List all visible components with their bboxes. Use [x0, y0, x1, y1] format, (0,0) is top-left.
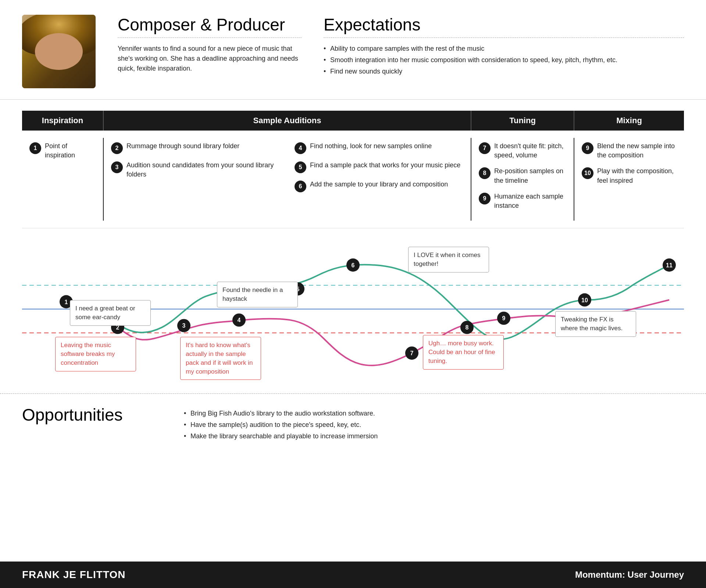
phase-mixing-header: Mixing [574, 111, 684, 131]
steps-mixing: 9 Blend the new sample into the composit… [574, 138, 684, 221]
step-number-6: 6 [295, 181, 306, 192]
step-9-mixing: 9 Blend the new sample into the composit… [582, 142, 677, 160]
footer-author: FRANK JE FLITTON [22, 569, 125, 581]
svg-text:1: 1 [65, 299, 68, 305]
opportunity-item-1: Bring Big Fish Audio's library to the au… [184, 409, 378, 418]
svg-text:4: 4 [238, 317, 241, 324]
step-7: 7 It doesn't quite fit: pitch, speed, vo… [479, 142, 566, 160]
opportunity-item-2: Have the sample(s) audition to the piece… [184, 420, 378, 430]
step-text-6: Add the sample to your library and compo… [310, 180, 448, 189]
steps-auditions-left: 2 Rummage through sound library folder 3… [103, 138, 287, 221]
opportunities-section: Opportunities Bring Big Fish Audio's lib… [0, 393, 706, 457]
expectations-divider [324, 38, 684, 38]
step-1: 1 Point of inspiration [29, 142, 96, 160]
callout-node10-positive: Tweaking the FX is where the magic lives… [555, 311, 636, 337]
step-number-7: 7 [479, 142, 491, 154]
expectations-title: Expectations [324, 15, 684, 35]
expectation-item-1: Ability to compare samples with the rest… [324, 44, 684, 54]
step-number-9-tuning: 9 [479, 193, 491, 204]
phase-inspiration-header: Inspiration [22, 111, 103, 131]
footer: FRANK JE FLITTON Momentum: User Journey [0, 562, 706, 588]
svg-text:3: 3 [182, 322, 186, 329]
step-4: 4 Find nothing, look for new samples onl… [295, 142, 463, 154]
step-text-5: Find a sample pack that works for your m… [310, 161, 460, 170]
callout-node8-negative: Ugh… more busy work. Could be an hour of… [423, 335, 504, 369]
opportunity-item-3: Make the library searchable and playable… [184, 431, 378, 441]
svg-text:11: 11 [666, 262, 673, 268]
steps-auditions-right: 4 Find nothing, look for new samples onl… [287, 138, 471, 221]
expectations-section: Expectations Ability to compare samples … [324, 15, 684, 88]
svg-text:10: 10 [581, 297, 588, 303]
persona-divider [118, 38, 302, 38]
svg-text:6: 6 [352, 262, 355, 268]
step-number-9-mixing: 9 [582, 142, 593, 154]
step-number-8: 8 [479, 167, 491, 179]
opportunities-list: Bring Big Fish Audio's library to the au… [184, 409, 378, 441]
step-text-10: Play with the composition, feel inspired [597, 167, 677, 185]
step-text-9-tuning: Humanize each sample instance [494, 192, 566, 210]
step-2: 2 Rummage through sound library folder [111, 142, 280, 154]
svg-text:9: 9 [502, 316, 506, 322]
step-8: 8 Re-position samples on the timeline [479, 167, 566, 185]
persona-title: Composer & Producer [118, 15, 302, 35]
svg-text:8: 8 [466, 324, 469, 331]
step-number-5: 5 [295, 161, 306, 173]
step-text-7: It doesn't quite fit: pitch, speed, volu… [494, 142, 566, 160]
step-text-2: Rummage through sound library folder [126, 142, 239, 151]
callout-node4-positive: Found the needle in a haystack [217, 282, 298, 307]
phase-tuning-header: Tuning [471, 111, 574, 131]
svg-text:7: 7 [410, 350, 414, 356]
callout-node2-negative: Leaving the music software breaks my con… [55, 337, 136, 371]
opportunities-content: Bring Big Fish Audio's library to the au… [184, 405, 378, 443]
journey-section: Inspiration Sample Auditions Tuning Mixi… [0, 111, 706, 382]
step-text-8: Re-position samples on the timeline [494, 167, 566, 185]
step-number-10: 10 [582, 167, 593, 179]
persona-photo [22, 15, 96, 88]
callout-node1-positive: I need a great beat or some ear-candy [70, 300, 151, 326]
step-9-tuning: 9 Humanize each sample instance [479, 192, 566, 210]
step-10: 10 Play with the composition, feel inspi… [582, 167, 677, 185]
steps-tuning: 7 It doesn't quite fit: pitch, speed, vo… [471, 138, 574, 221]
step-text-1: Point of inspiration [45, 142, 96, 160]
step-text-4: Find nothing, look for new samples onlin… [310, 142, 432, 151]
step-number-3: 3 [111, 161, 123, 173]
expectation-item-3: Find new sounds quickly [324, 67, 684, 76]
step-5: 5 Find a sample pack that works for your… [295, 161, 463, 173]
opportunities-title: Opportunities [22, 405, 162, 425]
steps-section: 1 Point of inspiration 2 Rummage through… [22, 131, 684, 228]
step-6: 6 Add the sample to your library and com… [295, 180, 463, 192]
expectations-list: Ability to compare samples with the rest… [324, 44, 684, 76]
step-text-3: Audition sound candidates from your soun… [126, 161, 280, 179]
step-3: 3 Audition sound candidates from your so… [111, 161, 280, 179]
step-number-1: 1 [29, 142, 41, 154]
phase-headers: Inspiration Sample Auditions Tuning Mixi… [22, 111, 684, 131]
persona-description: Yennifer wants to find a sound for a new… [118, 44, 302, 74]
phase-auditions-header: Sample Auditions [103, 111, 471, 131]
callout-node9-positive: I LOVE it when it comes together! [408, 247, 489, 272]
expectation-item-2: Smooth integration into her music compos… [324, 55, 684, 65]
step-number-4: 4 [295, 142, 306, 154]
step-text-9-mixing: Blend the new sample into the compositio… [597, 142, 677, 160]
emotion-graph: 1 2 3 4 5 6 7 8 9 [22, 228, 684, 382]
step-number-2: 2 [111, 142, 123, 154]
footer-title: Momentum: User Journey [575, 570, 684, 580]
callout-node4-negative: It's hard to know what's actually in the… [180, 337, 261, 380]
persona-info: Composer & Producer Yennifer wants to fi… [118, 15, 302, 88]
persona-section: Composer & Producer Yennifer wants to fi… [0, 0, 706, 100]
steps-inspiration: 1 Point of inspiration [22, 138, 103, 221]
